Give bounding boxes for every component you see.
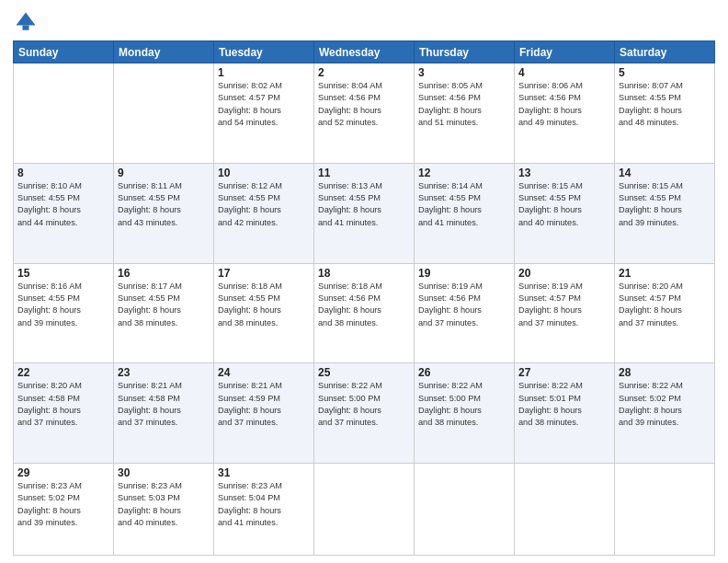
day-number: 18 bbox=[318, 267, 410, 280]
day-number: 9 bbox=[118, 167, 210, 179]
weekday-header: Thursday bbox=[415, 41, 515, 63]
day-info: Sunrise: 8:23 AMSunset: 5:03 PMDaylight:… bbox=[118, 480, 210, 529]
calendar-day-cell: 14Sunrise: 8:15 AMSunset: 4:55 PMDayligh… bbox=[615, 163, 715, 263]
day-number: 21 bbox=[619, 267, 711, 280]
day-info: Sunrise: 8:04 AMSunset: 4:56 PMDaylight:… bbox=[318, 80, 410, 129]
day-number: 25 bbox=[318, 366, 410, 379]
weekday-header: Monday bbox=[114, 41, 214, 63]
calendar-week-row: 29Sunrise: 8:23 AMSunset: 5:02 PMDayligh… bbox=[14, 464, 715, 556]
day-number: 3 bbox=[418, 66, 510, 79]
calendar-day-cell: 24Sunrise: 8:21 AMSunset: 4:59 PMDayligh… bbox=[214, 363, 314, 464]
day-info: Sunrise: 8:12 AMSunset: 4:55 PMDaylight:… bbox=[218, 180, 310, 229]
calendar-day-cell: 12Sunrise: 8:14 AMSunset: 4:55 PMDayligh… bbox=[415, 163, 515, 263]
calendar-day-cell: 23Sunrise: 8:21 AMSunset: 4:58 PMDayligh… bbox=[114, 363, 214, 464]
day-info: Sunrise: 8:17 AMSunset: 4:55 PMDaylight:… bbox=[118, 281, 210, 329]
day-number: 16 bbox=[118, 267, 210, 280]
day-number: 15 bbox=[17, 267, 109, 280]
calendar-day-cell: 31Sunrise: 8:23 AMSunset: 5:04 PMDayligh… bbox=[214, 464, 314, 556]
calendar-day-cell: 16Sunrise: 8:17 AMSunset: 4:55 PMDayligh… bbox=[114, 263, 214, 363]
day-info: Sunrise: 8:23 AMSunset: 5:04 PMDaylight:… bbox=[218, 480, 310, 529]
calendar-day-cell: 2Sunrise: 8:04 AMSunset: 4:56 PMDaylight… bbox=[314, 63, 415, 164]
day-number: 12 bbox=[418, 167, 510, 179]
day-number: 1 bbox=[218, 66, 310, 79]
day-info: Sunrise: 8:16 AMSunset: 4:55 PMDaylight:… bbox=[17, 281, 109, 329]
day-info: Sunrise: 8:21 AMSunset: 4:58 PMDaylight:… bbox=[118, 380, 210, 429]
calendar-day-cell: 3Sunrise: 8:05 AMSunset: 4:56 PMDaylight… bbox=[415, 63, 515, 164]
day-info: Sunrise: 8:10 AMSunset: 4:55 PMDaylight:… bbox=[17, 180, 109, 229]
calendar-day-cell: 22Sunrise: 8:20 AMSunset: 4:58 PMDayligh… bbox=[14, 363, 114, 464]
day-info: Sunrise: 8:20 AMSunset: 4:58 PMDaylight:… bbox=[17, 380, 109, 429]
day-info: Sunrise: 8:11 AMSunset: 4:55 PMDaylight:… bbox=[118, 180, 210, 229]
day-info: Sunrise: 8:07 AMSunset: 4:55 PMDaylight:… bbox=[619, 80, 711, 129]
calendar-day-cell: 18Sunrise: 8:18 AMSunset: 4:56 PMDayligh… bbox=[314, 263, 415, 363]
calendar-day-cell: 1Sunrise: 8:02 AMSunset: 4:57 PMDaylight… bbox=[214, 63, 314, 164]
calendar-day-cell: 21Sunrise: 8:20 AMSunset: 4:57 PMDayligh… bbox=[615, 263, 715, 363]
day-number: 5 bbox=[619, 66, 711, 79]
day-info: Sunrise: 8:18 AMSunset: 4:56 PMDaylight:… bbox=[318, 281, 410, 329]
day-number: 24 bbox=[218, 366, 310, 379]
header bbox=[13, 9, 715, 35]
day-number: 17 bbox=[218, 267, 310, 280]
calendar-day-cell bbox=[14, 63, 114, 164]
day-info: Sunrise: 8:22 AMSunset: 5:00 PMDaylight:… bbox=[418, 380, 510, 429]
day-number: 10 bbox=[218, 167, 310, 179]
day-info: Sunrise: 8:22 AMSunset: 5:02 PMDaylight:… bbox=[619, 380, 711, 429]
calendar-table: SundayMondayTuesdayWednesdayThursdayFrid… bbox=[13, 40, 715, 556]
day-number: 11 bbox=[318, 167, 410, 179]
day-number: 22 bbox=[17, 366, 109, 379]
calendar-day-cell: 25Sunrise: 8:22 AMSunset: 5:00 PMDayligh… bbox=[314, 363, 415, 464]
day-info: Sunrise: 8:22 AMSunset: 5:00 PMDaylight:… bbox=[318, 380, 410, 429]
day-info: Sunrise: 8:20 AMSunset: 4:57 PMDaylight:… bbox=[619, 281, 711, 329]
weekday-header: Sunday bbox=[14, 41, 114, 63]
day-number: 30 bbox=[118, 466, 210, 479]
weekday-header: Friday bbox=[515, 41, 615, 63]
calendar-day-cell bbox=[314, 464, 415, 556]
page: SundayMondayTuesdayWednesdayThursdayFrid… bbox=[0, 0, 728, 563]
calendar-day-cell: 5Sunrise: 8:07 AMSunset: 4:55 PMDaylight… bbox=[615, 63, 715, 164]
calendar-day-cell: 15Sunrise: 8:16 AMSunset: 4:55 PMDayligh… bbox=[14, 263, 114, 363]
calendar-day-cell: 4Sunrise: 8:06 AMSunset: 4:56 PMDaylight… bbox=[515, 63, 615, 164]
calendar-day-cell: 29Sunrise: 8:23 AMSunset: 5:02 PMDayligh… bbox=[14, 464, 114, 556]
calendar-week-row: 15Sunrise: 8:16 AMSunset: 4:55 PMDayligh… bbox=[14, 263, 715, 363]
day-info: Sunrise: 8:02 AMSunset: 4:57 PMDaylight:… bbox=[218, 80, 310, 129]
weekday-header: Tuesday bbox=[214, 41, 314, 63]
calendar-day-cell: 28Sunrise: 8:22 AMSunset: 5:02 PMDayligh… bbox=[615, 363, 715, 464]
calendar-day-cell: 26Sunrise: 8:22 AMSunset: 5:00 PMDayligh… bbox=[415, 363, 515, 464]
calendar-day-cell bbox=[615, 464, 715, 556]
day-info: Sunrise: 8:23 AMSunset: 5:02 PMDaylight:… bbox=[17, 480, 109, 529]
day-number: 27 bbox=[518, 366, 610, 379]
weekday-header: Saturday bbox=[615, 41, 715, 63]
calendar-day-cell: 13Sunrise: 8:15 AMSunset: 4:55 PMDayligh… bbox=[515, 163, 615, 263]
svg-marker-0 bbox=[17, 13, 36, 26]
day-number: 8 bbox=[17, 167, 109, 179]
calendar-day-cell: 9Sunrise: 8:11 AMSunset: 4:55 PMDaylight… bbox=[114, 163, 214, 263]
day-number: 26 bbox=[418, 366, 510, 379]
day-number: 28 bbox=[619, 366, 711, 379]
calendar-day-cell: 20Sunrise: 8:19 AMSunset: 4:57 PMDayligh… bbox=[515, 263, 615, 363]
calendar-day-cell bbox=[415, 464, 515, 556]
calendar-week-row: 1Sunrise: 8:02 AMSunset: 4:57 PMDaylight… bbox=[14, 63, 715, 164]
calendar-week-row: 22Sunrise: 8:20 AMSunset: 4:58 PMDayligh… bbox=[14, 363, 715, 464]
day-number: 2 bbox=[318, 66, 410, 79]
calendar-day-cell: 19Sunrise: 8:19 AMSunset: 4:56 PMDayligh… bbox=[415, 263, 515, 363]
calendar-week-row: 8Sunrise: 8:10 AMSunset: 4:55 PMDaylight… bbox=[14, 163, 715, 263]
day-info: Sunrise: 8:19 AMSunset: 4:56 PMDaylight:… bbox=[418, 281, 510, 329]
svg-rect-1 bbox=[23, 26, 29, 30]
calendar-day-cell: 27Sunrise: 8:22 AMSunset: 5:01 PMDayligh… bbox=[515, 363, 615, 464]
calendar-day-cell: 8Sunrise: 8:10 AMSunset: 4:55 PMDaylight… bbox=[14, 163, 114, 263]
day-info: Sunrise: 8:05 AMSunset: 4:56 PMDaylight:… bbox=[418, 80, 510, 129]
calendar-day-cell bbox=[114, 63, 214, 164]
day-info: Sunrise: 8:18 AMSunset: 4:55 PMDaylight:… bbox=[218, 281, 310, 329]
calendar-day-cell: 30Sunrise: 8:23 AMSunset: 5:03 PMDayligh… bbox=[114, 464, 214, 556]
day-info: Sunrise: 8:15 AMSunset: 4:55 PMDaylight:… bbox=[518, 180, 610, 229]
day-number: 4 bbox=[518, 66, 610, 79]
day-number: 29 bbox=[17, 466, 109, 479]
day-info: Sunrise: 8:19 AMSunset: 4:57 PMDaylight:… bbox=[518, 281, 610, 329]
day-number: 13 bbox=[518, 167, 610, 179]
day-number: 20 bbox=[518, 267, 610, 280]
logo-icon bbox=[13, 9, 39, 35]
day-number: 19 bbox=[418, 267, 510, 280]
weekday-header-row: SundayMondayTuesdayWednesdayThursdayFrid… bbox=[14, 41, 715, 63]
calendar-day-cell: 17Sunrise: 8:18 AMSunset: 4:55 PMDayligh… bbox=[214, 263, 314, 363]
day-info: Sunrise: 8:22 AMSunset: 5:01 PMDaylight:… bbox=[518, 380, 610, 429]
